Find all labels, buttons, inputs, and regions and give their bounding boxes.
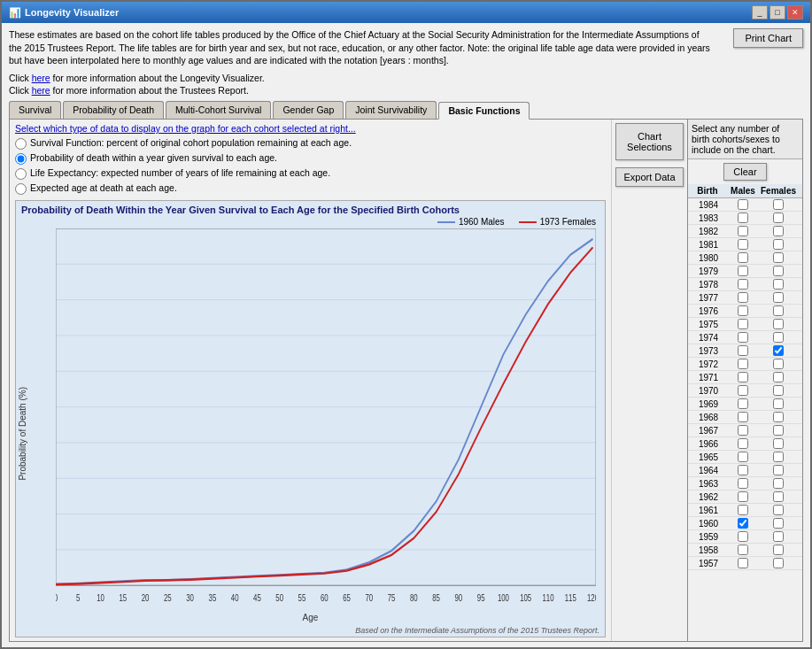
males-checkbox-1972[interactable]: [738, 359, 748, 369]
females-checkbox-1966[interactable]: [773, 438, 784, 449]
males-checkbox-1981[interactable]: [738, 239, 748, 250]
males-checkbox-1960[interactable]: [738, 518, 748, 529]
males-checkbox-1966[interactable]: [738, 438, 748, 449]
males-checkbox-1970[interactable]: [738, 385, 748, 396]
here-link-1[interactable]: here: [32, 73, 50, 83]
females-checkbox-1982[interactable]: [773, 226, 784, 236]
females-checkbox-1977[interactable]: [773, 292, 784, 303]
males-checkbox-1967[interactable]: [738, 425, 748, 436]
males-check-1960: [725, 518, 761, 529]
females-checkbox-1965[interactable]: [773, 452, 784, 462]
birth-year-1979: 1979: [690, 267, 725, 276]
birth-year-1960: 1960: [690, 519, 725, 529]
males-checkbox-1962[interactable]: [738, 491, 748, 502]
males-check-1977: [725, 292, 761, 303]
females-checkbox-1967[interactable]: [773, 425, 784, 436]
tab-gender-gap[interactable]: Gender Gap: [273, 101, 344, 119]
svg-text:75: 75: [388, 593, 396, 603]
females-checkbox-1964[interactable]: [773, 465, 784, 475]
svg-text:40: 40: [231, 593, 239, 603]
females-check-1971: [761, 372, 796, 382]
males-checkbox-1971[interactable]: [738, 372, 748, 382]
males-checkbox-1964[interactable]: [738, 465, 748, 475]
females-checkbox-1968[interactable]: [773, 412, 784, 422]
males-checkbox-1980[interactable]: [738, 252, 748, 263]
males-checkbox-1957[interactable]: [738, 558, 748, 568]
cohort-row-1961: 1961: [688, 504, 802, 517]
tab-multi-cohort-survival[interactable]: Multi-Cohort Survival: [166, 101, 271, 119]
tab-joint-survivability[interactable]: Joint Survivability: [345, 101, 437, 119]
males-checkbox-1965[interactable]: [738, 452, 748, 462]
females-checkbox-1980[interactable]: [773, 252, 784, 263]
males-checkbox-1976[interactable]: [738, 305, 748, 316]
females-checkbox-1973[interactable]: [773, 345, 784, 356]
males-checkbox-1968[interactable]: [738, 412, 748, 422]
col-scroll-spacer: [796, 186, 803, 196]
females-checkbox-1960[interactable]: [773, 518, 784, 529]
females-checkbox-1958[interactable]: [773, 545, 784, 555]
females-check-1979: [761, 266, 796, 276]
females-checkbox-1971[interactable]: [773, 372, 784, 382]
females-checkbox-1974[interactable]: [773, 332, 784, 343]
males-check-1982: [725, 226, 761, 236]
females-checkbox-1978[interactable]: [773, 279, 784, 290]
females-checkbox-1976[interactable]: [773, 305, 784, 316]
females-checkbox-1981[interactable]: [773, 239, 784, 250]
females-check-1972: [761, 359, 796, 369]
females-check-1964: [761, 465, 796, 475]
radio-survival[interactable]: Survival Function: percent of original c…: [15, 137, 606, 150]
males-checkbox-1958[interactable]: [738, 545, 748, 555]
males-check-1978: [725, 279, 761, 290]
females-checkbox-1975[interactable]: [773, 319, 784, 329]
males-checkbox-1977[interactable]: [738, 292, 748, 303]
males-checkbox-1979[interactable]: [738, 266, 748, 276]
tab-basic-functions[interactable]: Basic Functions: [438, 102, 530, 120]
females-checkbox-1979[interactable]: [773, 266, 784, 276]
maximize-button[interactable]: □: [769, 5, 785, 19]
males-checkbox-1983[interactable]: [738, 212, 748, 223]
minimize-button[interactable]: _: [752, 5, 768, 19]
males-checkbox-1961[interactable]: [738, 505, 748, 515]
birth-year-1965: 1965: [690, 452, 725, 462]
males-checkbox-1969[interactable]: [738, 398, 748, 409]
males-checkbox-1974[interactable]: [738, 332, 748, 343]
clear-button[interactable]: Clear: [723, 163, 766, 181]
males-checkbox-1959[interactable]: [738, 531, 748, 542]
males-checkbox-1975[interactable]: [738, 319, 748, 329]
cohort-row-1959: 1959: [688, 530, 802, 544]
males-check-1965: [725, 452, 761, 462]
print-chart-button[interactable]: Print Chart: [733, 28, 803, 48]
chart-selections-button[interactable]: ChartSelections: [615, 123, 684, 160]
females-checkbox-1969[interactable]: [773, 398, 784, 409]
select-data-type-label[interactable]: Select which type of data to display on …: [15, 123, 606, 134]
females-checkbox-1963[interactable]: [773, 478, 784, 489]
cohort-selection-header: Select any number of birth cohorts/sexes…: [688, 120, 802, 159]
birth-year-1958: 1958: [690, 545, 725, 555]
tab-probability-of-death[interactable]: Probability of Death: [63, 101, 164, 119]
here-link-2[interactable]: here: [32, 85, 50, 96]
legend-line-1960: [437, 221, 455, 223]
males-checkbox-1982[interactable]: [738, 226, 748, 236]
males-checkbox-1963[interactable]: [738, 478, 748, 489]
radio-life-expectancy[interactable]: Life Expectancy: expected number of year…: [15, 167, 606, 180]
females-checkbox-1957[interactable]: [773, 558, 784, 568]
females-checkbox-1970[interactable]: [773, 385, 784, 396]
females-checkbox-1962[interactable]: [773, 491, 784, 502]
females-checkbox-1959[interactable]: [773, 531, 784, 542]
tab-survival[interactable]: Survival: [9, 101, 61, 119]
svg-text:30: 30: [186, 593, 194, 603]
radio-prob-death[interactable]: Probability of death within a year given…: [15, 152, 606, 165]
close-button[interactable]: ✕: [787, 5, 803, 19]
birth-year-1976: 1976: [690, 306, 725, 316]
radio-expected-age[interactable]: Expected age at death at each age.: [15, 182, 606, 195]
females-checkbox-1984[interactable]: [773, 199, 784, 210]
females-checkbox-1961[interactable]: [773, 505, 784, 515]
females-checkbox-1983[interactable]: [773, 212, 784, 223]
export-data-button[interactable]: Export Data: [615, 167, 684, 187]
females-check-1963: [761, 478, 796, 489]
cohort-row-1968: 1968: [688, 411, 802, 424]
males-checkbox-1978[interactable]: [738, 279, 748, 290]
males-checkbox-1973[interactable]: [738, 345, 748, 356]
males-checkbox-1984[interactable]: [738, 199, 748, 210]
females-checkbox-1972[interactable]: [773, 359, 784, 369]
